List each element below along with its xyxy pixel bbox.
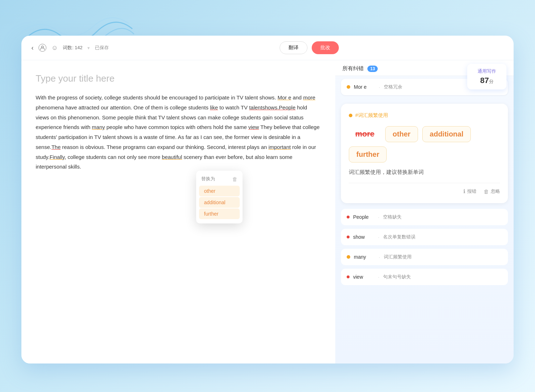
error-item-people[interactable]: People · 空格缺失 [341,209,508,225]
body-people: .People [277,104,296,110]
original-word: more [349,126,381,142]
body-text-more: Mor e [277,94,291,100]
vocab-card: #词汇频繁使用 more other additional further 词汇… [341,104,508,203]
body-text-1: With the progress of society, college st… [36,94,277,100]
error-type-more: 空格冗余 [384,84,402,90]
review-button[interactable]: 批改 [312,41,339,54]
translate-button[interactable]: 翻译 [280,41,307,54]
menu-item-other[interactable]: other [199,186,240,196]
error-word-people: People [353,214,374,220]
error-sep-more: · [379,84,380,90]
body-text-6: people who have common topics with other… [105,124,248,130]
toolbar: ‹ ☺ 词数: 142 ▾ 已保存 翻译 批改 [21,36,514,60]
error-type-people: 空格缺失 [383,214,402,220]
error-word-many: many [354,254,375,260]
vocab-actions: ℹ 报错 🗑 忽略 [349,188,500,195]
emoji-icon[interactable]: ☺ [51,44,58,52]
error-type-many: 词汇频繁使用 [384,254,412,260]
delete-icon[interactable]: 🗑 [232,176,238,182]
score-number: 87 [480,76,489,85]
body-text-10: , college students can not only see more [65,154,162,160]
body-beautiful: beautiful [162,154,182,160]
dot-orange-vocab [349,114,352,117]
info-icon: ℹ [463,188,465,195]
body-text-8: reason is obvious. These programs can ex… [61,144,269,150]
error-word-view: view [353,274,374,280]
vocab-tag: #词汇频繁使用 [355,112,388,119]
context-menu-header: 替换为 🗑 [196,174,243,185]
dot-red-people [347,216,350,218]
menu-item-further[interactable]: further [199,208,240,219]
errors-title: 所有纠错 [342,65,364,72]
user-icon[interactable] [39,44,46,52]
errors-header-row: 所有纠错 13 通用写作 87分 [335,60,514,76]
body-many: many [92,124,105,130]
toolbar-center: 翻译 批改 [114,41,504,54]
word-count[interactable]: 词数: 142 [63,45,82,51]
menu-item-additional[interactable]: additional [199,197,240,208]
body-talentshows: talentshows [249,104,277,110]
body-the: The [51,144,61,150]
editor-panel[interactable]: Type your title here With the progress o… [21,60,335,363]
errors-title-group: 所有纠错 13 [342,65,378,72]
error-type-view: 句末句号缺失 [383,274,411,280]
error-item-show[interactable]: show · 名次单复数错误 [341,229,508,245]
saved-status: 已保存 [95,45,109,51]
dot-red-view [347,275,350,278]
replacement-other[interactable]: other [385,126,418,142]
body-view: view [248,124,259,130]
dot-orange-many [347,255,350,259]
report-button[interactable]: ℹ 报错 [463,188,477,195]
context-menu-popup: 替换为 🗑 other additional further [196,171,243,223]
report-label: 报错 [467,188,477,195]
vocab-words-row: more other additional further [349,126,500,163]
error-word-more: Mor e [354,84,375,90]
body-important: important [269,144,291,150]
back-button[interactable]: ‹ [31,44,34,52]
ignore-button[interactable]: 🗑 忽略 [484,188,500,195]
error-item-many[interactable]: many · 词汇频繁使用 [341,249,508,265]
doc-title-placeholder[interactable]: Type your title here [36,73,321,84]
error-item-view[interactable]: view · 句末句号缺失 [341,269,508,285]
replacement-further[interactable]: further [349,146,387,163]
score-card: 通用写作 87分 [467,64,506,89]
toolbar-left: ‹ ☺ 词数: 142 ▾ 已保存 [31,44,109,52]
error-list: People · 空格缺失 show · 名次单复数错误 many · 词汇频繁… [335,209,514,288]
vocab-card-header: #词汇频繁使用 [349,112,500,119]
body-text-3: phenomena have attracted our attention. … [36,104,210,110]
content-area: Type your title here With the progress o… [21,60,514,363]
error-type-show: 名次单复数错误 [383,234,416,240]
score-value-row: 87分 [474,76,499,85]
body-text-more2: more [303,94,315,100]
body-text-4: to watch TV [218,104,249,110]
error-sep-people: · [378,215,379,220]
score-label: 通用写作 [474,68,499,74]
body-text-2: and [291,94,303,100]
error-sep-show: · [378,234,379,240]
ignore-label: 忽略 [491,188,500,195]
dot-red-show [347,236,350,238]
dot-orange-more [347,85,350,89]
right-panel: 所有纠错 13 通用写作 87分 Mor e · 空格冗余 [335,60,514,363]
vocab-divider [349,183,500,183]
score-unit: 分 [489,79,494,84]
body-like: like [210,104,218,110]
errors-badge: 13 [367,66,378,72]
replacement-additional[interactable]: additional [422,126,471,142]
body-finally: Finally [50,154,65,160]
error-word-show: show [353,234,374,240]
main-container: ‹ ☺ 词数: 142 ▾ 已保存 翻译 批改 Type your title … [21,36,514,363]
replace-label: 替换为 [201,176,215,182]
doc-body[interactable]: With the progress of society, college st… [36,93,321,172]
trash-icon: 🗑 [484,189,489,195]
error-sep-many: · [379,254,380,260]
vocab-description: 词汇频繁使用，建议替换新单词 [349,169,500,176]
error-sep-view: · [378,274,379,280]
